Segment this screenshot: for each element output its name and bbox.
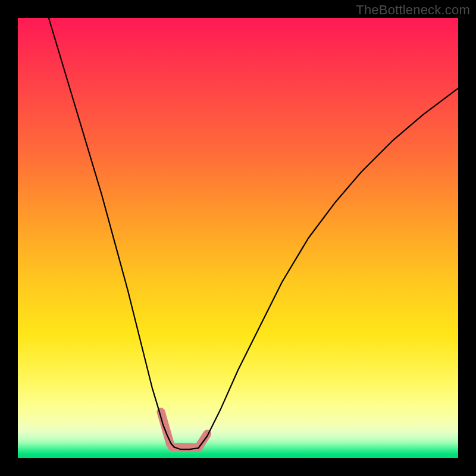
right-arm-curve — [198, 88, 458, 448]
left-arm-curve — [49, 18, 174, 447]
plot-area — [18, 18, 458, 458]
chart-frame: TheBottleneck.com — [0, 0, 476, 476]
curve-layer — [18, 18, 458, 458]
watermark-text: TheBottleneck.com — [356, 2, 470, 18]
